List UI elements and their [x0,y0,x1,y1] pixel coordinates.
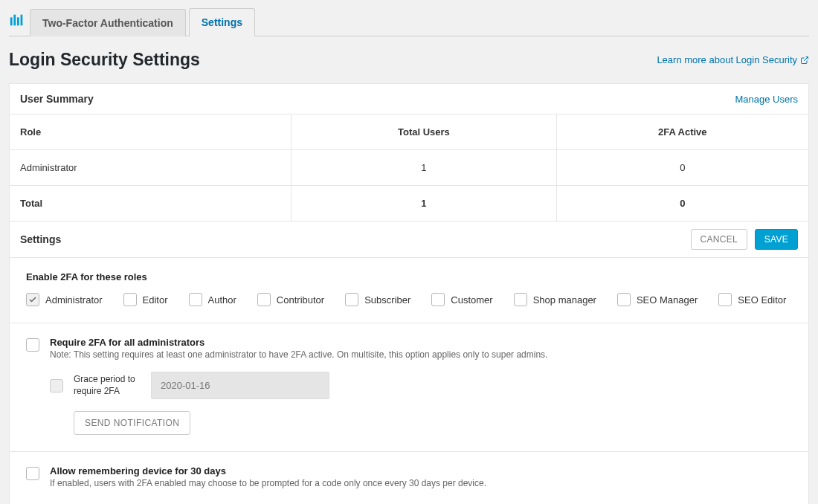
role-checkbox[interactable] [26,293,39,306]
user-summary-header: User Summary Manage Users [10,84,808,114]
svg-rect-2 [17,17,19,25]
role-label: Administrator [45,294,103,306]
user-summary-title: User Summary [20,93,94,105]
role-checkbox[interactable] [718,293,732,306]
cell-2fa-active: 0 [556,186,808,222]
require-2fa-title: Require 2FA for all administrators [50,337,547,348]
role-option[interactable]: Author [189,293,236,306]
learn-more-text: Learn more about Login Security [657,54,797,65]
table-row-total: Total 1 0 [10,186,808,222]
svg-rect-1 [13,15,16,26]
table-row: Administrator 1 0 [10,150,808,186]
settings-header: Settings CANCEL SAVE [10,221,808,258]
require-2fa-note: Note: This setting requires at least one… [50,349,547,360]
remember-device-section: Allow remembering device for 30 days If … [10,452,808,504]
manage-users-link[interactable]: Manage Users [735,94,798,105]
role-label: Subscriber [364,294,410,306]
cell-role: Total [10,186,292,222]
user-summary-panel: User Summary Manage Users Role Total Use… [9,83,809,504]
remember-device-note: If enabled, users with 2FA enabled may c… [50,478,486,488]
external-link-icon [800,56,809,65]
role-checkbox[interactable] [123,293,137,306]
roles-grid: AdministratorEditorAuthorContributorSubs… [26,293,792,306]
role-label: Contributor [277,294,324,306]
role-option[interactable]: Contributor [257,293,324,306]
require-2fa-checkbox[interactable] [26,338,39,352]
role-checkbox[interactable] [514,293,527,306]
roles-section-title: Enable 2FA for these roles [26,271,792,282]
col-2fa-active: 2FA Active [556,114,808,150]
role-label: Customer [451,294,492,306]
role-checkbox[interactable] [431,293,445,306]
remember-device-title: Allow remembering device for 30 days [50,465,486,476]
tab-bar: Two-Factor Authentication Settings [9,7,809,36]
user-summary-table: Role Total Users 2FA Active Administrato… [10,114,808,221]
wordfence-logo-icon [9,12,25,31]
save-button[interactable]: SAVE [755,229,798,250]
role-checkbox[interactable] [345,293,358,306]
svg-rect-3 [21,15,23,26]
svg-rect-0 [10,17,13,25]
role-label: Author [208,294,236,306]
learn-more-link[interactable]: Learn more about Login Security [657,54,809,65]
role-checkbox[interactable] [617,293,631,306]
grace-period-input[interactable] [151,372,329,399]
role-label: SEO Manager [637,294,698,306]
role-option[interactable]: Customer [431,293,492,306]
require-admin-section: Require 2FA for all administrators Note:… [10,323,808,452]
role-checkbox[interactable] [257,293,271,306]
cell-2fa-active: 0 [556,150,808,186]
remember-device-checkbox[interactable] [26,467,39,480]
tab-two-factor[interactable]: Two-Factor Authentication [30,9,186,36]
role-option[interactable]: Subscriber [345,293,410,306]
title-bar: Login Security Settings Learn more about… [9,36,809,83]
role-label: SEO Editor [738,294,786,306]
col-total-users: Total Users [292,114,556,150]
roles-section: Enable 2FA for these roles Administrator… [10,258,808,323]
cancel-button[interactable]: CANCEL [691,229,747,250]
role-option[interactable]: Administrator [26,293,103,306]
role-option[interactable]: Editor [123,293,168,306]
page-title: Login Security Settings [9,50,200,70]
cell-role: Administrator [10,150,292,186]
cell-total-users: 1 [292,150,556,186]
tab-settings[interactable]: Settings [189,8,255,36]
col-role: Role [10,114,292,150]
grace-period-checkbox[interactable] [50,379,63,392]
role-label: Editor [143,294,168,306]
role-label: Shop manager [533,294,596,306]
grace-period-label: Grace period to require 2FA [74,374,141,397]
role-checkbox[interactable] [189,293,202,306]
send-notification-button[interactable]: SEND NOTIFICATION [74,411,190,435]
svg-line-4 [804,56,808,61]
role-option[interactable]: Shop manager [514,293,596,306]
role-option[interactable]: SEO Manager [617,293,698,306]
cell-total-users: 1 [292,186,556,222]
role-option[interactable]: SEO Editor [718,293,786,306]
settings-title: Settings [20,233,61,245]
